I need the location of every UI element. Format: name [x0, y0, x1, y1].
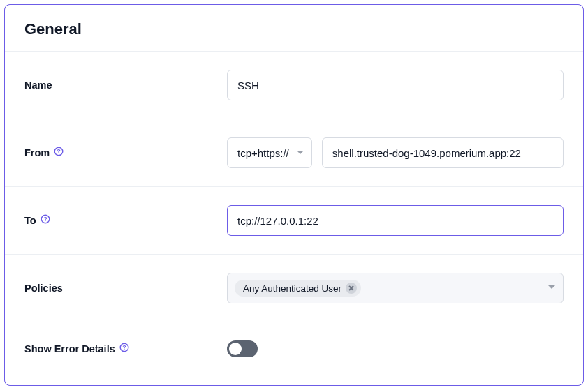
panel-header: General [5, 5, 583, 52]
name-label: Name [24, 80, 52, 91]
to-input[interactable] [227, 205, 564, 236]
svg-text:?: ? [57, 148, 61, 155]
policy-chip: Any Authenticated User [235, 280, 361, 297]
name-input[interactable] [227, 70, 564, 100]
field-col: Any Authenticated User [227, 273, 564, 303]
policies-label: Policies [24, 283, 63, 294]
field-col [227, 205, 564, 236]
label-col: Policies [24, 283, 227, 294]
svg-text:?: ? [43, 216, 47, 223]
row-show-error-details: Show Error Details ? [5, 322, 583, 375]
help-icon[interactable]: ? [54, 147, 64, 156]
label-col: Show Error Details ? [24, 343, 227, 354]
show-error-details-label: Show Error Details [24, 343, 115, 354]
label-col: Name [24, 80, 227, 91]
field-col [227, 70, 564, 100]
policy-chip-label: Any Authenticated User [243, 283, 341, 294]
chevron-down-icon [296, 149, 304, 157]
help-icon[interactable]: ? [119, 343, 129, 352]
from-protocol-select[interactable]: tcp+https:// [227, 137, 312, 168]
row-name: Name [5, 52, 583, 119]
row-policies: Policies Any Authenticated User [5, 255, 583, 322]
toggle-knob [229, 343, 242, 355]
chip-remove-icon[interactable] [346, 283, 357, 294]
show-error-details-toggle[interactable] [227, 340, 258, 357]
label-col: From ? [24, 147, 227, 158]
to-label: To [24, 215, 36, 226]
row-to: To ? [5, 187, 583, 255]
field-col [227, 340, 564, 357]
from-label: From [24, 147, 50, 158]
from-host-input[interactable] [322, 137, 564, 168]
policies-select[interactable]: Any Authenticated User [227, 273, 564, 303]
field-col: tcp+https:// [227, 137, 564, 168]
svg-text:?: ? [122, 344, 126, 351]
row-from: From ? tcp+https:// [5, 119, 583, 187]
chevron-down-icon [547, 282, 556, 294]
label-col: To ? [24, 215, 227, 226]
general-panel: General Name From ? tcp+https:// [4, 4, 584, 386]
help-icon[interactable]: ? [41, 214, 50, 224]
section-title: General [24, 20, 564, 38]
from-protocol-value: tcp+https:// [237, 147, 289, 159]
